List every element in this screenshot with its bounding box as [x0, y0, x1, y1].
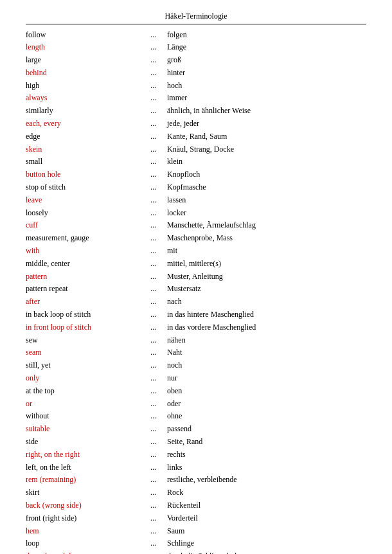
- english-term: edge: [26, 130, 148, 143]
- german-term: restliche, verbleibende: [167, 474, 366, 487]
- german-term: lassen: [167, 193, 366, 206]
- dots-separator: ...: [148, 487, 167, 499]
- german-term: folgen: [167, 28, 366, 41]
- english-term: or: [26, 397, 148, 410]
- english-term: loosely: [26, 206, 148, 219]
- german-term: nur: [167, 372, 366, 385]
- german-term: durch die Schlinge holen: [167, 550, 366, 554]
- dots-separator: ...: [148, 130, 167, 143]
- table-row: measurement, gauge...Maschenprobe, Mass: [26, 232, 366, 245]
- english-term: behind: [26, 66, 148, 79]
- german-term: passend: [167, 423, 366, 436]
- dots-separator: ...: [148, 321, 167, 334]
- english-term: skirt: [26, 487, 148, 499]
- table-row: in back loop of stitch...in das hintere …: [26, 308, 366, 321]
- table-row: front (right side)...Vorderteil: [26, 512, 366, 524]
- german-term: oben: [167, 384, 366, 397]
- dots-separator: ...: [148, 118, 167, 130]
- german-term: Kante, Rand, Saum: [167, 130, 366, 143]
- german-term: hoch: [167, 79, 366, 92]
- table-row: seam...Naht: [26, 346, 366, 359]
- table-row: button hole...Knopfloch: [26, 168, 366, 181]
- table-row: or...oder: [26, 397, 366, 410]
- table-row: loosely...locker: [26, 206, 366, 219]
- german-term: Manschette, Ärmelaufschlag: [167, 219, 366, 232]
- english-term: front (right side): [26, 512, 148, 524]
- table-row: high...hoch: [26, 79, 366, 92]
- table-row: pattern...Muster, Anleitung: [26, 270, 366, 283]
- dots-separator: ...: [148, 54, 167, 67]
- page: Häkel-Terminologie follow...folgenlength…: [0, 0, 392, 554]
- dots-separator: ...: [148, 410, 167, 423]
- dots-separator: ...: [148, 245, 167, 258]
- table-row: rem (remaining)...restliche, verbleibend…: [26, 474, 366, 487]
- english-term: follow: [26, 28, 148, 41]
- german-term: Maschenprobe, Mass: [167, 232, 366, 245]
- german-term: Vorderteil: [167, 512, 366, 524]
- german-term: Knopfloch: [167, 168, 366, 181]
- table-row: each, every...jede, jeder: [26, 118, 366, 130]
- table-row: length...Länge: [26, 41, 366, 54]
- english-term: leave: [26, 193, 148, 206]
- german-term: groß: [167, 54, 366, 67]
- german-term: Knäul, Strang, Docke: [167, 143, 366, 156]
- table-row: after...nach: [26, 296, 366, 308]
- table-row: cuff...Manschette, Ärmelaufschlag: [26, 219, 366, 232]
- table-row: without...ohne: [26, 410, 366, 423]
- german-term: jede, jeder: [167, 118, 366, 130]
- table-row: draw through loop...durch die Schlinge h…: [26, 550, 366, 554]
- german-term: Muster, Anleitung: [167, 270, 366, 283]
- table-row: leave...lassen: [26, 193, 366, 206]
- dots-separator: ...: [148, 232, 167, 245]
- dots-separator: ...: [148, 79, 167, 92]
- dots-separator: ...: [148, 334, 167, 346]
- english-term: still, yet: [26, 359, 148, 372]
- table-row: similarly...ähnlich, in ähnlicher Weise: [26, 105, 366, 118]
- english-term: right, on the right: [26, 448, 148, 461]
- dots-separator: ...: [148, 512, 167, 524]
- german-term: Schlinge: [167, 537, 366, 550]
- dots-separator: ...: [148, 143, 167, 156]
- dots-separator: ...: [148, 105, 167, 118]
- german-term: nach: [167, 296, 366, 308]
- german-term: Naht: [167, 346, 366, 359]
- terminology-table: follow...folgenlength...Längelarge...gro…: [26, 28, 366, 554]
- dots-separator: ...: [148, 397, 167, 410]
- english-term: length: [26, 41, 148, 54]
- german-term: Rock: [167, 487, 366, 499]
- english-term: in front loop of stitch: [26, 321, 148, 334]
- german-term: Länge: [167, 41, 366, 54]
- german-term: rechts: [167, 448, 366, 461]
- german-term: ohne: [167, 410, 366, 423]
- english-term: at the top: [26, 384, 148, 397]
- table-row: skirt...Rock: [26, 487, 366, 499]
- table-row: middle, center...mittel, mittlere(s): [26, 257, 366, 270]
- table-row: still, yet...noch: [26, 359, 366, 372]
- german-term: immer: [167, 92, 366, 105]
- dots-separator: ...: [148, 193, 167, 206]
- dots-separator: ...: [148, 384, 167, 397]
- english-term: high: [26, 79, 148, 92]
- dots-separator: ...: [148, 448, 167, 461]
- dots-separator: ...: [148, 66, 167, 79]
- german-term: in das vordere Maschenglied: [167, 321, 366, 334]
- english-term: seam: [26, 346, 148, 359]
- dots-separator: ...: [148, 537, 167, 550]
- english-term: sew: [26, 334, 148, 346]
- dots-separator: ...: [148, 346, 167, 359]
- dots-separator: ...: [148, 461, 167, 474]
- dots-separator: ...: [148, 550, 167, 554]
- table-row: large...groß: [26, 54, 366, 67]
- dots-separator: ...: [148, 308, 167, 321]
- german-term: links: [167, 461, 366, 474]
- dots-separator: ...: [148, 28, 167, 41]
- table-row: loop...Schlinge: [26, 537, 366, 550]
- english-term: large: [26, 54, 148, 67]
- table-row: always...immer: [26, 92, 366, 105]
- dots-separator: ...: [148, 524, 167, 537]
- german-term: in das hintere Maschenglied: [167, 308, 366, 321]
- dots-separator: ...: [148, 168, 167, 181]
- german-term: nähen: [167, 334, 366, 346]
- table-row: edge...Kante, Rand, Saum: [26, 130, 366, 143]
- english-term: small: [26, 156, 148, 168]
